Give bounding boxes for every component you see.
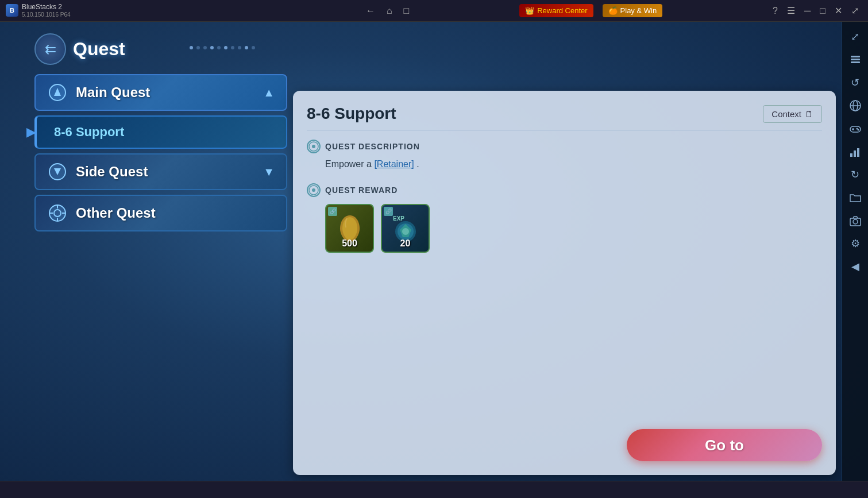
svg-point-11 xyxy=(312,145,315,148)
menu-btn[interactable]: ☰ xyxy=(784,3,798,18)
current-quest-item[interactable]: ▶ 8-6 Support xyxy=(34,115,287,149)
help-btn[interactable]: ? xyxy=(769,3,781,18)
reward-items-container: 🔗 500 🔗 xyxy=(325,204,822,253)
rotate-ccw-icon[interactable]: ↺ xyxy=(845,72,866,93)
close-btn[interactable]: ✕ xyxy=(831,3,846,18)
quest-title: Quest xyxy=(73,38,125,60)
other-quest-label: Other Quest xyxy=(76,205,156,221)
topbar: B BlueStacks 2 5.10.150.1016 P64 ← ⌂ □ 👑… xyxy=(0,0,868,22)
svg-rect-30 xyxy=(850,153,852,157)
side-quest-label: Side Quest xyxy=(76,164,148,180)
camera-icon[interactable] xyxy=(845,210,866,231)
folder-icon[interactable] xyxy=(845,187,866,208)
app-version: 5.10.150.1016 P64 xyxy=(22,11,71,18)
topbar-left: B BlueStacks 2 5.10.150.1016 P64 xyxy=(0,3,357,18)
home-btn[interactable]: ⌂ xyxy=(383,5,396,17)
quest-back-button[interactable]: ⇇ xyxy=(34,33,66,65)
description-section-header: QUEST DESCRIPTION xyxy=(307,140,822,153)
collapse-left-icon[interactable]: ◀ xyxy=(845,256,866,277)
context-label: Context xyxy=(771,109,801,119)
detail-title: 8-6 Support xyxy=(307,105,396,123)
right-sidebar: ⤢ ↺ ↻ xyxy=(842,22,868,498)
expand-icon[interactable]: ⤢ xyxy=(845,26,866,47)
svg-point-13 xyxy=(312,188,315,192)
svg-rect-20 xyxy=(851,59,860,60)
svg-rect-21 xyxy=(851,61,860,63)
svg-text:EXP: EXP xyxy=(393,215,404,222)
svg-rect-31 xyxy=(854,150,856,157)
fullscreen-btn[interactable]: ⤢ xyxy=(848,3,862,18)
svg-point-29 xyxy=(857,129,859,131)
detail-header: 8-6 Support Context 🗒 xyxy=(307,105,822,130)
quest-menu: Main Quest ▲ ▶ 8-6 Support Side Quest ▼ xyxy=(34,74,287,231)
stats-icon[interactable] xyxy=(845,141,866,162)
reward-section-title: QUEST REWARD xyxy=(325,186,398,195)
quest-description-text: Empower a [Retainer] . xyxy=(325,159,822,169)
main-quest-item[interactable]: Main Quest ▲ xyxy=(34,74,287,111)
maximize-btn[interactable]: □ xyxy=(816,3,829,18)
topbar-nav: ← ⌂ □ xyxy=(357,5,418,17)
goto-button[interactable]: Go to xyxy=(627,429,822,461)
reward-2-count: 20 xyxy=(400,238,411,249)
other-quest-item[interactable]: Other Quest xyxy=(34,195,287,231)
current-quest-label: 8-6 Support xyxy=(54,125,124,140)
side-quest-item[interactable]: Side Quest ▼ xyxy=(34,153,287,190)
svg-point-18 xyxy=(402,228,409,235)
dots-decoration xyxy=(190,46,255,49)
reward-1-count: 500 xyxy=(342,238,357,249)
app-icon: B xyxy=(6,4,18,17)
back-btn[interactable]: ← xyxy=(362,5,379,17)
main-quest-arrow: ▲ xyxy=(263,86,275,99)
main-quest-label: Main Quest xyxy=(76,84,150,101)
play-win-btn[interactable]: 🍊 Play & Win xyxy=(603,4,663,17)
quest-header: ⇇ Quest xyxy=(34,33,287,65)
description-icon xyxy=(307,140,321,153)
reward-section-header: QUEST REWARD xyxy=(307,183,822,197)
svg-rect-32 xyxy=(857,148,859,157)
svg-point-34 xyxy=(853,219,858,224)
globe-icon[interactable] xyxy=(845,95,866,116)
reward-center-btn[interactable]: 👑 Reward Center xyxy=(519,4,593,17)
bottom-bar xyxy=(0,481,868,498)
controller-icon[interactable] xyxy=(845,118,866,139)
game-area: ⇇ Quest Main Quest ▲ xyxy=(0,22,842,481)
topbar-center: 👑 Reward Center 🍊 Play & Win xyxy=(418,4,763,17)
reward-icon: 👑 xyxy=(525,6,534,15)
active-arrow-icon: ▶ xyxy=(26,125,36,140)
playnwin-label: Play & Win xyxy=(620,6,657,15)
playnwin-icon: 🍊 xyxy=(608,6,618,15)
goto-label: Go to xyxy=(705,437,744,454)
other-quest-icon xyxy=(47,203,68,223)
main-quest-icon xyxy=(47,82,68,103)
reward-icon-circle xyxy=(307,183,321,197)
reward-item-1: 🔗 500 xyxy=(325,204,374,253)
back-arrow-icon: ⇇ xyxy=(45,41,56,57)
reward-label: Reward Center xyxy=(537,6,587,15)
settings-icon[interactable]: ⚙ xyxy=(845,233,866,254)
refresh-icon[interactable]: ↻ xyxy=(845,164,866,185)
quest-panel: ⇇ Quest Main Quest ▲ xyxy=(34,33,287,231)
quest-detail-panel: 8-6 Support Context 🗒 QUEST DESCRIPTION … xyxy=(293,91,836,475)
duplicate-btn[interactable]: □ xyxy=(400,5,413,17)
retainer-link[interactable]: [Retainer] xyxy=(374,159,414,169)
reward-item-2: 🔗 EXP 20 xyxy=(381,204,430,253)
description-section-title: QUEST DESCRIPTION xyxy=(325,142,420,151)
svg-rect-25 xyxy=(850,126,861,132)
side-quest-arrow: ▼ xyxy=(263,165,275,179)
topbar-right: ? ☰ ─ □ ✕ ⤢ xyxy=(763,3,868,18)
app-title: BlueStacks 2 xyxy=(22,3,71,11)
reward-section: QUEST REWARD 🔗 500 xyxy=(307,183,822,253)
svg-rect-19 xyxy=(851,56,860,57)
context-icon: 🗒 xyxy=(805,109,813,119)
layers-icon[interactable] xyxy=(845,49,866,70)
context-button[interactable]: Context 🗒 xyxy=(763,105,822,123)
side-quest-icon xyxy=(47,161,68,182)
minimize-btn[interactable]: ─ xyxy=(801,3,814,18)
